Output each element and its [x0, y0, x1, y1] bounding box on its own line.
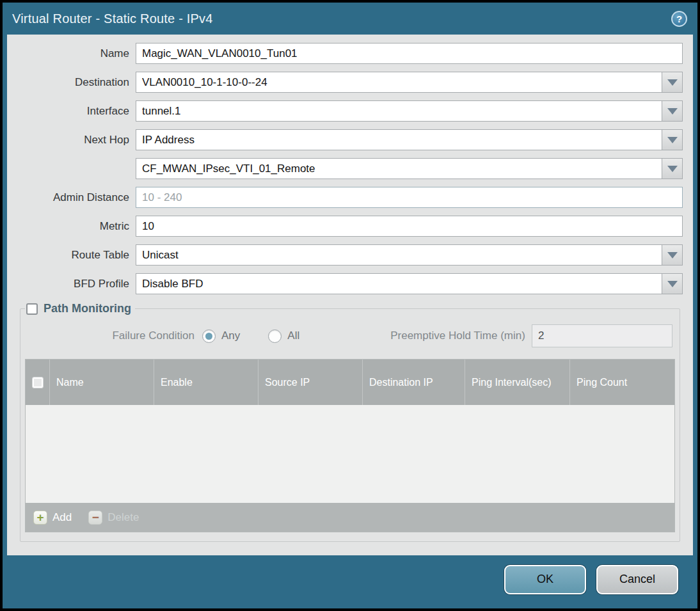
- route-table-dropdown-button[interactable]: [662, 244, 683, 266]
- help-icon[interactable]: ?: [671, 11, 687, 27]
- interface-label: Interface: [7, 105, 129, 118]
- chevron-down-icon: [667, 108, 678, 115]
- path-monitoring-legend: Path Monitoring: [25, 302, 135, 315]
- metric-label: Metric: [7, 220, 129, 233]
- failure-condition-all-label: All: [287, 329, 299, 342]
- cancel-button[interactable]: Cancel: [596, 565, 678, 594]
- route-table-input[interactable]: [136, 244, 662, 266]
- next-hop-type-dropdown-button[interactable]: [662, 129, 683, 150]
- interface-input[interactable]: [136, 100, 662, 122]
- next-hop-address-dropdown-button[interactable]: [662, 158, 683, 179]
- dialog-footer: OK Cancel: [3, 555, 697, 608]
- column-header-source-ip: Source IP: [259, 360, 363, 405]
- ok-button[interactable]: OK: [504, 565, 586, 594]
- chevron-down-icon: [667, 137, 678, 143]
- destination-dropdown-button[interactable]: [662, 72, 683, 93]
- dialog-body: Name Destination Interface: [7, 35, 693, 555]
- admin-distance-label: Admin Distance: [7, 191, 129, 204]
- bfd-profile-label: BFD Profile: [7, 278, 129, 290]
- admin-distance-input[interactable]: [136, 187, 683, 208]
- next-hop-label: Next Hop: [7, 134, 129, 147]
- failure-condition-any-option[interactable]: Any: [202, 329, 240, 343]
- next-hop-address-row: [7, 158, 683, 179]
- interface-row: Interface: [7, 100, 683, 122]
- static-route-form: Name Destination Interface: [7, 35, 693, 294]
- failure-condition-any-label: Any: [221, 329, 240, 342]
- radio-unselected-icon: [268, 329, 282, 343]
- failure-condition-label: Failure Condition: [25, 329, 195, 342]
- route-table-label: Route Table: [7, 249, 129, 262]
- name-input[interactable]: [136, 43, 683, 64]
- radio-selected-icon: [202, 329, 216, 343]
- name-row: Name: [7, 43, 683, 64]
- table-toolbar: + Add − Delete: [26, 503, 674, 532]
- path-monitoring-table: Name Enable Source IP Destination IP Pin…: [25, 359, 675, 532]
- add-button-label: Add: [52, 511, 72, 524]
- dialog-title: Virtual Router - Static Route - IPv4: [12, 12, 213, 26]
- plus-icon: +: [33, 511, 47, 525]
- interface-dropdown-button[interactable]: [662, 100, 683, 122]
- chevron-down-icon: [667, 252, 678, 258]
- preemptive-hold-time-input[interactable]: [532, 324, 672, 347]
- metric-row: Metric: [7, 216, 683, 237]
- select-all-cell: [26, 360, 50, 405]
- path-monitoring-section: Path Monitoring Failure Condition Any Al…: [20, 302, 680, 542]
- select-all-checkbox[interactable]: [32, 377, 44, 388]
- path-monitoring-checkbox[interactable]: [26, 303, 38, 315]
- failure-condition-all-option[interactable]: All: [268, 329, 299, 343]
- failure-condition-row: Failure Condition Any All Preemptive Hol…: [25, 324, 675, 347]
- next-hop-row: Next Hop: [7, 129, 683, 150]
- column-header-ping-count: Ping Count: [570, 360, 674, 405]
- static-route-dialog: Virtual Router - Static Route - IPv4 ? N…: [3, 3, 697, 608]
- destination-input[interactable]: [136, 72, 662, 93]
- metric-input[interactable]: [136, 216, 683, 237]
- route-table-row: Route Table: [7, 244, 683, 266]
- next-hop-type-input[interactable]: [136, 129, 662, 150]
- destination-row: Destination: [7, 72, 683, 93]
- bfd-profile-dropdown-button[interactable]: [662, 273, 683, 294]
- chevron-down-icon: [667, 281, 678, 287]
- chevron-down-icon: [667, 79, 678, 86]
- delete-button[interactable]: − Delete: [88, 511, 139, 525]
- bfd-profile-row: BFD Profile: [7, 273, 683, 294]
- name-label: Name: [7, 47, 129, 60]
- dialog-titlebar: Virtual Router - Static Route - IPv4 ?: [3, 3, 697, 35]
- add-button[interactable]: + Add: [33, 511, 72, 525]
- path-monitoring-title: Path Monitoring: [44, 302, 131, 315]
- chevron-down-icon: [667, 166, 678, 172]
- minus-icon: −: [88, 511, 102, 525]
- next-hop-address-input[interactable]: [136, 158, 662, 179]
- delete-button-label: Delete: [107, 511, 139, 524]
- column-header-ping-interval: Ping Interval(sec): [465, 360, 570, 405]
- table-header-row: Name Enable Source IP Destination IP Pin…: [26, 360, 674, 405]
- column-header-enable: Enable: [154, 360, 259, 405]
- column-header-name: Name: [50, 360, 154, 405]
- preemptive-hold-time-label: Preemptive Hold Time (min): [390, 329, 525, 342]
- bfd-profile-input[interactable]: [136, 273, 662, 294]
- table-body-empty: [26, 405, 674, 503]
- destination-label: Destination: [7, 76, 129, 89]
- admin-distance-row: Admin Distance: [7, 187, 683, 208]
- column-header-destination-ip: Destination IP: [363, 360, 465, 405]
